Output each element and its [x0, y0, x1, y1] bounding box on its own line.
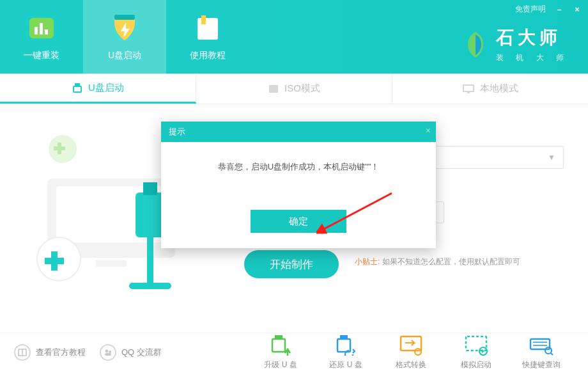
svg-rect-11 [467, 92, 470, 93]
bar-chart-icon [25, 13, 58, 43]
dialog-tip: 提示 × 恭喜您，启动U盘制作成功，本机启动键""！ 确定 [161, 122, 436, 248]
svg-rect-18 [143, 182, 157, 195]
mode-tabs: U盘启动 ISO模式 本地模式 [0, 74, 588, 104]
dialog-close-button[interactable]: × [426, 125, 431, 136]
minimize-button[interactable]: – [555, 5, 564, 14]
action-hotkey-label: 快捷键查询 [522, 359, 561, 370]
system-bar: 免责声明 – × [515, 4, 582, 15]
link-official-tutorial[interactable]: 查看官方教程 [14, 344, 86, 361]
svg-rect-10 [463, 85, 474, 91]
svg-rect-32 [466, 336, 486, 351]
tip-prefix: 小贴士: [355, 257, 380, 266]
tip-body: 如果不知道怎么配置，使用默认配置即可 [382, 257, 520, 266]
brand-title: 石大师 [496, 26, 569, 50]
action-hotkey[interactable]: 快捷键查询 [509, 334, 574, 370]
bottom-bar: 查看官方教程 QQ 交流群 升级 U 盘 还原 U 盘 格式转换 模拟启动 快捷… [0, 333, 588, 371]
tab-reinstall[interactable]: 一键重装 [0, 0, 83, 74]
action-simulate[interactable]: 模拟启动 [444, 334, 509, 370]
dialog-title: 提示 [169, 126, 185, 138]
dialog-message: 恭喜您，启动U盘制作成功，本机启动键""！ [176, 161, 421, 173]
app-header: 一键重装 U盘启动 使用教程 石大师 装 机 大 师 免责声明 – × [0, 0, 588, 74]
action-upgrade-label: 升级 U 盘 [264, 359, 297, 370]
action-convert[interactable]: 格式转换 [378, 334, 444, 370]
action-simulate-label: 模拟启动 [461, 359, 491, 370]
action-restore[interactable]: 还原 U 盘 [313, 334, 378, 370]
svg-rect-26 [272, 339, 285, 352]
dialog-title-bar: 提示 × [161, 122, 436, 142]
tab-tutorial[interactable]: 使用教程 [166, 0, 249, 74]
action-convert-label: 格式转换 [396, 359, 426, 370]
svg-point-37 [545, 347, 552, 354]
usb-small-icon [72, 82, 83, 93]
disclaimer-link[interactable]: 免责声明 [515, 4, 546, 15]
action-upgrade[interactable]: 升级 U 盘 [248, 334, 313, 370]
simulate-icon [464, 334, 488, 356]
svg-rect-2 [40, 23, 43, 35]
brand-subtitle: 装 机 大 师 [496, 52, 569, 63]
dialog-ok-button[interactable]: 确定 [251, 210, 346, 233]
chevron-down-icon: ▼ [548, 153, 555, 162]
start-button-label: 开始制作 [270, 257, 313, 272]
svg-rect-14 [96, 260, 127, 267]
mode-tab-iso-label: ISO模式 [284, 83, 320, 95]
svg-rect-8 [74, 86, 81, 92]
svg-rect-3 [45, 29, 48, 35]
dialog-ok-label: 确定 [289, 216, 308, 228]
action-restore-label: 还原 U 盘 [329, 359, 362, 370]
mode-tab-iso[interactable]: ISO模式 [196, 74, 392, 104]
tab-tutorial-label: 使用教程 [190, 50, 226, 61]
svg-rect-24 [105, 353, 111, 356]
brand-logo-icon [461, 31, 490, 59]
mode-tab-usb[interactable]: U盘启动 [0, 74, 196, 104]
link-qq-group[interactable]: QQ 交流群 [100, 344, 162, 361]
convert-icon [399, 334, 423, 356]
book-icon [191, 13, 224, 43]
tab-reinstall-label: 一键重装 [24, 50, 59, 61]
usb-up-icon [268, 334, 293, 356]
svg-rect-5 [197, 18, 218, 40]
svg-rect-4 [114, 15, 135, 20]
link-official-tutorial-label: 查看官方教程 [36, 347, 86, 358]
tab-usb-boot[interactable]: U盘启动 [83, 0, 166, 74]
people-icon [100, 344, 116, 361]
mode-tab-local-label: 本地模式 [480, 83, 518, 95]
link-qq-group-label: QQ 交流群 [121, 347, 162, 358]
mode-tab-usb-label: U盘启动 [88, 82, 124, 94]
tip-text: 小贴士: 如果不知道怎么配置，使用默认配置即可 [355, 257, 520, 267]
start-button[interactable]: 开始制作 [244, 250, 339, 278]
book-outline-icon [14, 344, 31, 361]
svg-rect-6 [201, 15, 206, 24]
top-tabs: 一键重装 U盘启动 使用教程 [0, 0, 249, 74]
monitor-icon [462, 84, 475, 94]
brand: 石大师 装 机 大 师 [461, 26, 569, 63]
svg-rect-19 [147, 237, 153, 286]
shield-bolt-icon [108, 13, 141, 43]
svg-rect-1 [35, 27, 38, 35]
svg-point-31 [415, 349, 421, 355]
usb-cycle-icon [334, 334, 358, 356]
tab-usb-boot-label: U盘启动 [108, 50, 141, 61]
svg-point-23 [109, 351, 111, 353]
close-button[interactable]: × [573, 5, 582, 14]
iso-icon [268, 83, 279, 95]
mode-tab-local[interactable]: 本地模式 [392, 74, 588, 104]
keyboard-search-icon [529, 334, 553, 356]
svg-line-38 [551, 353, 553, 355]
svg-point-22 [105, 349, 109, 352]
svg-rect-9 [269, 85, 278, 93]
